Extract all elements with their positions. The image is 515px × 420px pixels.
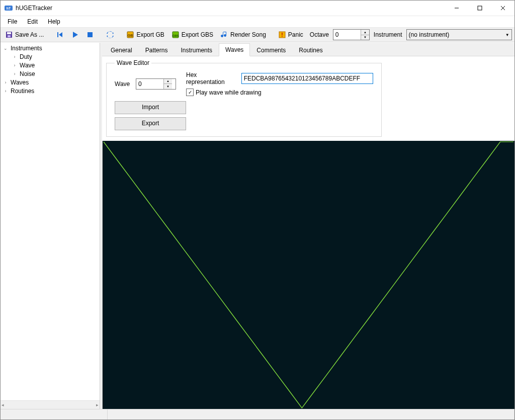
wave-canvas[interactable] [102,141,514,409]
scroll-right-icon: ▸ [96,402,99,407]
gbs-icon: GBS [171,31,180,39]
chevron-right-icon: › [12,54,18,59]
tree-duty[interactable]: › Duty [3,52,98,61]
play-while-drawing-checkbox[interactable]: ✓ Play wave while drawing [186,89,373,96]
minimize-button[interactable] [445,1,468,16]
tree-label: Routines [11,88,34,95]
wave-down-button[interactable]: ▼ [164,84,172,89]
scroll-left-icon: ◂ [2,402,4,407]
wave-number-label: Wave [115,80,136,88]
svg-rect-7 [7,32,11,34]
app-window: hT hUGETracker File Edit Help Save As ..… [0,0,515,420]
chevron-down-icon: ⌄ [3,46,9,51]
tree-label: Instruments [11,45,42,52]
tabstrip: General Patterns Instruments Waves Comme… [102,43,514,56]
render-song-label: Render Song [230,31,266,38]
export-gb-label: Export GB [136,31,164,38]
tree-instruments[interactable]: ⌄ Instruments [3,44,98,52]
tree-label: Waves [11,79,29,86]
menu-help[interactable]: Help [44,17,64,26]
tree-routines[interactable]: › Routines [3,87,98,95]
tab-waves[interactable]: Waves [219,43,250,56]
checkbox-icon: ✓ [186,89,194,96]
sidebar-scrollbar[interactable]: ◂ ▸ [1,400,100,409]
chevron-down-icon: ▼ [505,33,509,37]
export-button[interactable]: Export [115,117,186,130]
tree-noise[interactable]: › Noise [3,69,98,78]
tab-patterns[interactable]: Patterns [139,44,175,56]
svg-rect-19 [103,141,514,409]
rewind-button[interactable] [53,29,66,41]
maximize-button[interactable] [468,1,491,16]
hex-input[interactable] [241,73,373,84]
tree-label: Noise [20,70,35,77]
status-pane-2 [108,409,514,419]
tree-waves[interactable]: › Waves [3,78,98,87]
wave-number-input[interactable] [136,79,163,89]
play-button[interactable] [68,29,81,41]
wave-number-spin: ▲ ▼ [136,78,176,90]
octave-spin: ▲ ▼ [333,29,370,40]
skip-start-icon [56,31,64,39]
import-button[interactable]: Import [115,101,186,114]
tab-routines[interactable]: Routines [292,44,329,56]
tab-instruments[interactable]: Instruments [174,44,219,56]
svg-rect-12 [88,32,93,37]
stop-button[interactable] [83,29,97,41]
status-pane-1 [1,409,108,419]
wave-up-button[interactable]: ▲ [164,79,172,85]
menu-edit[interactable]: Edit [23,17,42,26]
tab-comments[interactable]: Comments [250,44,292,56]
svg-marker-11 [73,32,78,38]
tree-label: Wave [20,62,35,69]
content-area: General Patterns Instruments Waves Comme… [102,43,514,409]
chevron-right-icon: › [3,80,9,85]
svg-text:GB: GB [128,34,133,37]
wave-editor-group: Wave Editor Wave ▲ ▼ [106,59,382,137]
main-body: ⌄ Instruments › Duty › Wave › Noise › [1,42,514,409]
panic-icon: ! [278,31,286,39]
svg-rect-8 [8,35,11,37]
gb-cart-icon: GB [126,31,134,39]
export-gb-button[interactable]: GB Export GB [124,29,166,41]
play-while-drawing-label: Play wave while drawing [196,89,262,96]
sidebar: ⌄ Instruments › Duty › Wave › Noise › [1,43,100,409]
render-song-button[interactable]: Render Song [218,29,269,41]
titlebar: hT hUGETracker [1,1,514,16]
instrument-label: Instrument [372,31,404,38]
hex-label: Hex representation [186,71,235,86]
play-icon [71,31,79,39]
chevron-right-icon: › [12,63,18,68]
svg-text:GBS: GBS [172,34,179,37]
menubar: File Edit Help [1,16,514,28]
save-as-label: Save As ... [15,31,44,38]
instrument-combo[interactable]: (no instrument) ▼ [406,29,512,40]
octave-input[interactable] [333,30,361,40]
svg-text:hT: hT [7,7,11,10]
panic-button[interactable]: ! Panic [276,29,306,41]
music-note-icon [220,31,228,39]
octave-down-button[interactable]: ▼ [361,35,369,40]
octave-up-button[interactable]: ▲ [361,30,369,35]
wave-editor-legend: Wave Editor [115,59,151,66]
toolbar: Save As ... GB [1,28,514,42]
instrument-value: (no instrument) [409,31,450,38]
svg-rect-3 [478,6,482,10]
chevron-right-icon: › [12,71,18,76]
export-gbs-button[interactable]: GBS Export GBS [169,29,216,41]
octave-label: Octave [308,31,331,38]
tree-label: Duty [20,53,32,60]
save-as-button[interactable]: Save As ... [3,29,46,41]
export-gbs-label: Export GBS [182,31,213,38]
tree-wave[interactable]: › Wave [3,61,98,69]
tree: ⌄ Instruments › Duty › Wave › Noise › [1,43,100,400]
repeat-icon [106,31,114,39]
menu-file[interactable]: File [4,17,21,26]
floppy-icon [5,31,13,39]
app-title: hUGETracker [16,5,445,12]
tabpage-waves: Wave Editor Wave ▲ ▼ [102,56,514,409]
close-button[interactable] [491,1,514,16]
repeat-button[interactable] [104,29,117,41]
statusbar [1,409,514,419]
tab-general[interactable]: General [104,44,139,56]
